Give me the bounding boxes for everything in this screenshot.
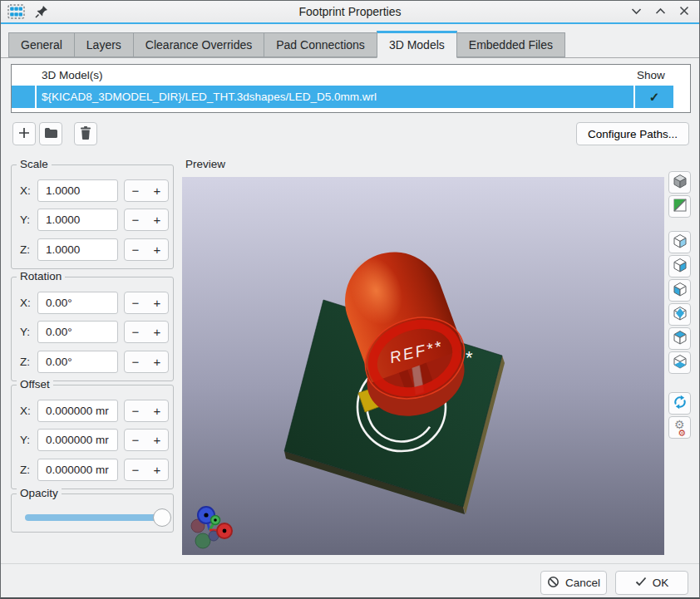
offset-z-input[interactable]: [37, 459, 118, 481]
plus-icon[interactable]: +: [146, 209, 168, 230]
add-model-button[interactable]: [12, 122, 36, 145]
scale-x-stepper[interactable]: −+: [124, 179, 169, 202]
close-icon[interactable]: [679, 6, 689, 16]
flip-board-button[interactable]: [668, 195, 691, 218]
tab-layers[interactable]: Layers: [74, 32, 134, 57]
opacity-group: Opacity: [11, 493, 174, 533]
ok-button[interactable]: OK: [615, 571, 688, 595]
tab-3d-models[interactable]: 3D Models: [377, 31, 457, 58]
model-path-cell[interactable]: ${KICAD8_3DMODEL_DIR}/LED_THT.3dshapes/L…: [37, 86, 633, 108]
offset-x-label: X:: [20, 405, 37, 417]
offset-z-label: Z:: [20, 464, 37, 476]
cancel-label: Cancel: [565, 577, 600, 589]
preview-label: Preview: [185, 158, 225, 170]
minus-icon[interactable]: −: [125, 209, 146, 230]
scale-y-input[interactable]: [37, 209, 118, 231]
scale-legend: Scale: [17, 158, 52, 170]
cancel-button[interactable]: Cancel: [540, 571, 607, 595]
reload-board-button[interactable]: [668, 392, 691, 415]
minus-icon[interactable]: −: [125, 180, 146, 201]
rotation-z-stepper[interactable]: −+: [124, 351, 169, 373]
cancel-icon: [547, 576, 560, 591]
preview-3d-viewport[interactable]: REF** *: [182, 177, 664, 555]
rotation-z-input[interactable]: [37, 351, 118, 373]
tab-embedded-files[interactable]: Embedded Files: [456, 32, 565, 57]
plus-icon[interactable]: +: [146, 180, 168, 201]
models-table: 3D Model(s) Show ${KICAD8_3DMODEL_DIR}/L…: [11, 64, 691, 113]
offset-y-stepper[interactable]: −+: [124, 429, 169, 451]
row-filler: [673, 86, 690, 108]
scale-z-stepper[interactable]: −+: [124, 238, 169, 261]
cube-right-light-icon: [672, 233, 688, 252]
column-header-model: 3D Model(s): [37, 69, 633, 81]
view-left-button[interactable]: [668, 255, 691, 277]
view-top-button[interactable]: [668, 327, 691, 350]
ok-label: OK: [653, 577, 669, 589]
pin-icon[interactable]: [35, 5, 48, 22]
rotation-x-input[interactable]: [37, 292, 118, 314]
refresh-icon: [672, 394, 688, 413]
plus-icon[interactable]: +: [146, 400, 168, 421]
silkscreen-asterisk: *: [466, 347, 473, 368]
cube-top-blue-icon: [672, 329, 688, 348]
tab-general[interactable]: General: [8, 32, 75, 57]
minus-icon[interactable]: −: [125, 322, 146, 342]
row-selector-cell[interactable]: [12, 86, 37, 108]
plus-icon[interactable]: +: [146, 351, 168, 372]
cube-right-blue-icon: [672, 257, 688, 276]
offset-x-input[interactable]: [37, 400, 118, 422]
scale-z-label: Z:: [20, 243, 37, 256]
plus-icon[interactable]: +: [146, 430, 168, 450]
scale-y-stepper[interactable]: −+: [124, 209, 169, 231]
offset-y-input[interactable]: [37, 429, 118, 451]
offset-x-stepper[interactable]: −+: [124, 400, 169, 422]
offset-y-label: Y:: [20, 434, 37, 446]
delete-model-button[interactable]: [74, 122, 97, 145]
scale-z-input[interactable]: [37, 238, 118, 261]
cube-bottom-blue-icon: [672, 353, 688, 372]
view-orthographic-button[interactable]: [668, 171, 691, 194]
view-back-button[interactable]: [668, 303, 691, 326]
footprint-properties-dialog: Footprint Properties General Layers Clea…: [0, 0, 700, 599]
minus-icon[interactable]: −: [125, 400, 146, 421]
rotation-x-stepper[interactable]: −+: [124, 292, 169, 314]
opacity-slider[interactable]: [25, 514, 166, 521]
folder-icon: [44, 127, 58, 141]
opacity-legend: Opacity: [17, 487, 62, 499]
tab-pad-connections[interactable]: Pad Connections: [264, 32, 377, 57]
view-bottom-button[interactable]: [668, 351, 691, 374]
minus-icon[interactable]: −: [125, 351, 146, 372]
scale-x-input[interactable]: [37, 179, 118, 202]
plus-icon[interactable]: +: [146, 322, 168, 342]
opacity-slider-handle[interactable]: [153, 508, 171, 527]
plus-icon: [17, 126, 31, 142]
browse-model-button[interactable]: [39, 122, 62, 145]
configure-paths-button[interactable]: Configure Paths...: [576, 122, 689, 145]
tab-clearance-overrides[interactable]: Clearance Overrides: [133, 32, 264, 57]
plus-icon[interactable]: +: [146, 239, 168, 260]
offset-group: Offset X: −+ Y: −+ Z: −+: [11, 385, 174, 489]
minus-icon[interactable]: −: [125, 292, 146, 313]
scale-y-label: Y:: [20, 214, 37, 226]
rotation-y-stepper[interactable]: −+: [124, 321, 169, 343]
models-table-header: 3D Model(s) Show: [12, 65, 690, 86]
minus-icon[interactable]: −: [125, 239, 146, 260]
maximize-icon[interactable]: [655, 7, 666, 15]
flip-board-icon: [672, 197, 688, 216]
rotation-y-input[interactable]: [37, 321, 118, 343]
plus-icon[interactable]: +: [146, 459, 168, 480]
footer-divider: [1, 563, 699, 564]
footprint-icon: [7, 4, 25, 22]
table-row[interactable]: ${KICAD8_3DMODEL_DIR}/LED_THT.3dshapes/L…: [12, 86, 690, 108]
minimize-icon[interactable]: [631, 7, 642, 15]
plus-icon[interactable]: +: [146, 292, 168, 313]
minus-icon[interactable]: −: [125, 459, 146, 480]
view-front-button[interactable]: [668, 279, 691, 302]
rotation-group: Rotation X: −+ Y: −+ Z: −+: [11, 277, 174, 381]
minus-icon[interactable]: −: [125, 430, 146, 450]
cube-center-blue-icon: [672, 305, 688, 324]
render-settings-button[interactable]: ⚙⚙: [668, 416, 691, 439]
offset-z-stepper[interactable]: −+: [124, 459, 169, 481]
view-right-button[interactable]: [668, 231, 691, 253]
show-checkbox[interactable]: ✓: [633, 86, 673, 108]
